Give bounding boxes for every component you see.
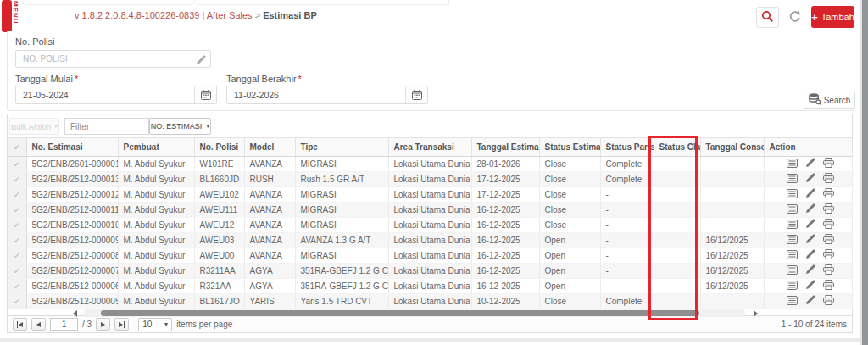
tambah-button[interactable]: + Tambah (811, 6, 854, 28)
calendar-icon[interactable] (194, 86, 216, 103)
view-detail-button[interactable] (787, 158, 798, 170)
vertical-scrollbar[interactable] (860, 0, 868, 345)
detail-card-icon (787, 219, 798, 231)
print-button[interactable] (823, 188, 834, 201)
view-detail-button[interactable] (787, 219, 798, 231)
refresh-button[interactable] (785, 8, 805, 28)
tanggal-mulai-input[interactable] (16, 86, 194, 103)
tanggal-berakhir-input[interactable] (227, 86, 405, 103)
edit-button[interactable] (805, 264, 815, 277)
print-button[interactable] (823, 249, 834, 262)
row-select-cell[interactable]: ✔ (8, 293, 26, 309)
table-row[interactable]: ✔5G2/ENB/2512-000007M. Abdul SyukurR3211… (8, 263, 852, 278)
scroll-right-icon[interactable] (754, 310, 758, 317)
column-header[interactable]: Tanggal Consent/Tida (700, 138, 764, 156)
column-header[interactable]: Status Estimasi ... (539, 138, 600, 156)
row-select-cell[interactable]: ✔ (8, 278, 26, 293)
print-button[interactable] (823, 158, 834, 170)
check-icon: ✔ (14, 160, 20, 169)
column-header[interactable]: Tipe (295, 138, 388, 156)
print-button[interactable] (823, 173, 834, 186)
table-cell-action (764, 202, 852, 217)
print-button[interactable] (823, 295, 834, 308)
row-select-cell[interactable]: ✔ (8, 263, 26, 278)
edit-button[interactable] (805, 249, 815, 262)
column-header[interactable]: Tanggal Estimasi (471, 138, 539, 156)
first-page-button[interactable] (13, 318, 27, 331)
search-toggle-button[interactable] (756, 7, 779, 28)
table-cell-status-estimasi: Open (539, 278, 600, 293)
column-filter-dropdown[interactable]: NO. ESTIMASI ▾ (149, 118, 211, 135)
table-row[interactable]: ✔5G2/ENB/2512-000013M. Abdul SyukurBL166… (8, 171, 852, 186)
row-select-cell[interactable]: ✔ (8, 217, 26, 232)
scrollbar-track[interactable] (84, 309, 745, 317)
column-header[interactable]: Model (244, 138, 295, 156)
edit-button[interactable] (805, 158, 815, 170)
breadcrumb-section[interactable]: After Sales (207, 10, 253, 20)
column-header[interactable]: Pembuat (118, 138, 194, 156)
row-select-cell[interactable]: ✔ (8, 202, 26, 217)
next-page-button[interactable] (96, 318, 110, 331)
column-header[interactable]: No. Polisi (194, 138, 244, 156)
print-button[interactable] (823, 219, 834, 231)
table-cell-status-claim (654, 202, 700, 217)
view-detail-button[interactable] (787, 188, 798, 201)
table-row[interactable]: ✔5G2/ENB/2512-000009M. Abdul SyukurAWEU0… (8, 232, 852, 248)
scroll-left-icon[interactable] (73, 310, 77, 317)
check-icon: ✔ (14, 282, 20, 291)
bulk-action-button[interactable]: Bulk Action ▾ (9, 118, 59, 135)
row-select-cell[interactable]: ✔ (8, 248, 26, 263)
page-size-select[interactable]: 10 ▾ (138, 318, 172, 331)
edit-button[interactable] (805, 188, 815, 201)
view-detail-button[interactable] (787, 249, 798, 262)
row-select-cell[interactable]: ✔ (8, 171, 26, 186)
previous-page-button[interactable] (31, 318, 46, 331)
row-select-cell[interactable]: ✔ (8, 186, 26, 202)
no-polisi-input[interactable] (15, 50, 211, 68)
edit-button[interactable] (805, 280, 815, 292)
column-header[interactable]: Status Claim... (654, 138, 700, 156)
print-button[interactable] (823, 203, 834, 216)
breadcrumb-separator: > (255, 10, 260, 20)
table-row[interactable]: ✔5G2/ENB/2512-000012M. Abdul SyukurAWEU1… (8, 186, 852, 202)
row-select-cell[interactable]: ✔ (8, 156, 26, 171)
print-button[interactable] (823, 280, 834, 292)
search-button[interactable]: Search (804, 92, 855, 109)
calendar-icon[interactable] (405, 86, 427, 103)
select-all-cell[interactable]: ✔ (8, 138, 26, 156)
table-row[interactable]: ✔5G2/ENB/2512-000008M. Abdul SyukurAWEU0… (8, 248, 852, 263)
table-row[interactable]: ✔5G2/ENB/2512-000005M. Abdul SyukurBL161… (8, 293, 852, 309)
scrollbar-thumb[interactable] (101, 310, 699, 316)
row-select-cell[interactable]: ✔ (8, 232, 26, 248)
view-detail-button[interactable] (787, 173, 798, 186)
view-detail-button[interactable] (787, 295, 798, 308)
print-button[interactable] (823, 234, 834, 247)
edit-button[interactable] (805, 203, 815, 216)
edit-button[interactable] (805, 173, 815, 186)
view-detail-button[interactable] (787, 264, 798, 277)
view-detail-button[interactable] (787, 203, 798, 216)
edit-button[interactable] (805, 295, 815, 308)
table-row[interactable]: ✔5G2/ENB/2512-000010M. Abdul SyukurAWEU1… (8, 217, 852, 232)
column-header[interactable]: Status Parts ... (600, 138, 654, 156)
edit-button[interactable] (805, 219, 815, 231)
grid-filter-input[interactable] (64, 118, 149, 135)
print-button[interactable] (823, 264, 834, 277)
view-detail-button[interactable] (787, 280, 798, 292)
page-number-input[interactable] (50, 318, 78, 331)
table-cell-no-estimasi: 5G2/ENB/2512-000010 (26, 217, 118, 232)
column-header[interactable]: No. Estimasi (26, 138, 118, 156)
column-header[interactable]: Action (764, 138, 852, 156)
column-header[interactable]: Area Transaksi (388, 138, 471, 156)
breadcrumb: v 1.8.2 2.0.8.4.8-100226-0839 | After Sa… (75, 10, 317, 20)
table-row[interactable]: ✔5G2/ENB/2512-000006M. Abdul SyukurR321A… (8, 278, 852, 293)
table-row[interactable]: ✔5G2/ENB/2601-000001M. Abdul SyukurW101R… (8, 156, 852, 171)
table-cell-tipe: MIGRASI (295, 248, 388, 263)
table-row[interactable]: ✔5G2/ENB/2512-000011M. Abdul SyukurAWEU1… (8, 202, 852, 217)
view-detail-button[interactable] (787, 234, 798, 247)
menu-tab-accent[interactable] (2, 0, 12, 32)
last-page-button[interactable] (114, 318, 129, 331)
detail-card-icon (787, 295, 798, 308)
horizontal-scrollbar[interactable] (73, 309, 758, 318)
edit-button[interactable] (805, 234, 815, 247)
